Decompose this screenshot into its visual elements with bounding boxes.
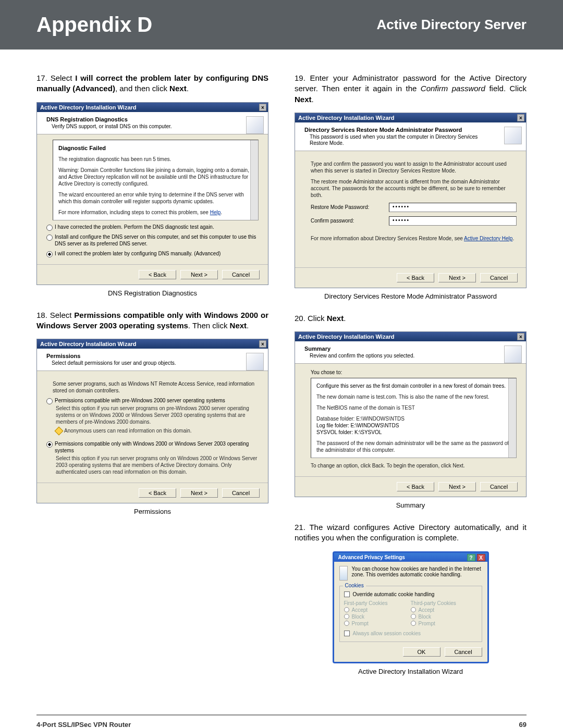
window-titlebar: Active Directory Installation Wizard × (295, 113, 526, 122)
figure-caption: DNS Registration Diagnostics (36, 289, 268, 297)
advanced-privacy-dialog: Advanced Privacy Settings ? X You can ch… (333, 551, 489, 663)
first-block-radio[interactable]: Block (344, 614, 411, 620)
back-button[interactable]: < Back (397, 273, 434, 282)
footer-page-number: 69 (519, 721, 527, 729)
summary-wizard: Active Directory Installation Wizard × S… (295, 331, 527, 497)
permissions-wizard: Active Directory Installation Wizard × P… (36, 339, 268, 503)
wizard-icon (504, 127, 522, 144)
ok-button[interactable]: OK (403, 647, 440, 657)
figure-caption: Active Directory Installation Wizard (295, 668, 527, 675)
first-accept-radio[interactable]: Accept (344, 607, 411, 613)
help-link[interactable]: Help (210, 209, 221, 215)
wizard-icon (246, 116, 264, 134)
wizard-subheading: Verify DNS support, or install DNS on th… (52, 124, 239, 130)
override-checkbox[interactable]: Override automatic cookie handling (344, 591, 478, 597)
step-18: 18. Select Permissions compatible only w… (36, 310, 268, 331)
wizard-heading: Summary (304, 346, 497, 352)
next-button[interactable]: Next > (438, 273, 476, 282)
radio-install-dns[interactable]: Install and configure the DNS server on … (53, 233, 259, 247)
window-titlebar: Active Directory Installation Wizard × (37, 339, 268, 349)
third-prompt-radio[interactable]: Prompt (411, 621, 478, 626)
summary-panel: Configure this server as the first domai… (311, 378, 517, 458)
close-icon[interactable]: × (259, 104, 266, 111)
step-20: 20. Click Next. (295, 313, 527, 324)
header-subtitle: Active Directory Server (376, 17, 527, 33)
next-button[interactable]: Next > (180, 270, 218, 279)
wizard-subheading: This password is used when you start the… (310, 134, 497, 146)
back-button[interactable]: < Back (139, 488, 176, 498)
third-block-radio[interactable]: Block (411, 614, 478, 620)
step-17: 17. Select I will correct the problem la… (36, 73, 268, 94)
next-button[interactable]: Next > (180, 488, 218, 498)
cancel-button[interactable]: Cancel (222, 488, 260, 498)
figure-caption: Directory Services Restore Mode Administ… (295, 292, 527, 300)
diagnostic-panel: Diagnostic Failed The registration diagn… (53, 140, 259, 220)
step-21: 21. The wizard configures Active Directo… (295, 522, 527, 544)
first-prompt-radio[interactable]: Prompt (344, 621, 411, 626)
dns-diagnostics-wizard: Active Directory Installation Wizard × D… (36, 102, 268, 285)
cancel-button[interactable]: Cancel (480, 482, 518, 491)
close-icon[interactable]: × (517, 333, 524, 340)
next-button[interactable]: Next > (438, 482, 476, 491)
page-footer: 4-Port SSL/IPSec VPN Router 69 (36, 714, 527, 729)
close-icon[interactable]: × (259, 340, 266, 348)
window-titlebar: Advanced Privacy Settings ? X (334, 553, 487, 562)
help-icon[interactable]: ? (467, 554, 475, 561)
checkbox-icon (344, 591, 350, 597)
wizard-heading: DNS Registration Diagnostics (46, 116, 239, 122)
checkbox-icon (344, 631, 350, 636)
session-cookies-checkbox[interactable]: Always allow session cookies (344, 631, 478, 636)
wizard-heading: Directory Services Restore Mode Administ… (304, 127, 497, 133)
figure-caption: Summary (295, 501, 527, 509)
radio-win2000-2003[interactable]: Permissions compatible only with Windows… (53, 440, 259, 454)
confirm-password-input[interactable]: •••••• (389, 216, 517, 226)
step-19: 19. Enter your Administrator password fo… (295, 73, 527, 105)
close-icon[interactable]: X (477, 554, 485, 561)
cancel-button[interactable]: Cancel (445, 647, 482, 657)
radio-correct-later[interactable]: I will correct the problem later by conf… (53, 250, 259, 257)
back-button[interactable]: < Back (397, 482, 434, 491)
window-titlebar: Active Directory Installation Wizard × (295, 332, 526, 341)
cancel-button[interactable]: Cancel (480, 273, 518, 282)
figure-caption: Permissions (36, 508, 268, 515)
wizard-subheading: Select default permissions for user and … (52, 360, 239, 366)
ad-help-link[interactable]: Active Directory Help (464, 236, 512, 241)
cookies-group-label: Cookies (343, 583, 366, 588)
confirm-password-label: Confirm password: (311, 217, 389, 224)
wizard-subheading: Review and confirm the options you selec… (310, 353, 497, 359)
header-title: Appendix D (36, 13, 152, 36)
wizard-icon (504, 346, 522, 363)
radio-prewin2000[interactable]: Permissions compatible with pre-Windows … (53, 397, 259, 404)
warning-icon (55, 426, 64, 435)
wizard-icon (246, 353, 264, 371)
anonymous-warning: Anonymous users can read information on … (56, 427, 259, 434)
restore-password-input[interactable]: •••••• (389, 203, 517, 212)
close-icon[interactable]: × (517, 114, 524, 121)
restore-password-label: Restore Mode Password: (311, 204, 389, 211)
radio-corrected[interactable]: I have corrected the problem. Perform th… (53, 224, 259, 230)
diagnostic-failed-title: Diagnostic Failed (58, 144, 253, 152)
window-titlebar: Active Directory Installation Wizard × (37, 103, 268, 112)
wizard-heading: Permissions (46, 353, 239, 359)
restore-password-wizard: Active Directory Installation Wizard × D… (295, 113, 527, 288)
back-button[interactable]: < Back (139, 270, 176, 279)
third-accept-radio[interactable]: Accept (411, 607, 478, 613)
cancel-button[interactable]: Cancel (222, 270, 260, 279)
page-header: Appendix D Active Directory Server (0, 0, 563, 50)
privacy-icon (339, 566, 348, 581)
footer-product: 4-Port SSL/IPSec VPN Router (36, 721, 131, 729)
